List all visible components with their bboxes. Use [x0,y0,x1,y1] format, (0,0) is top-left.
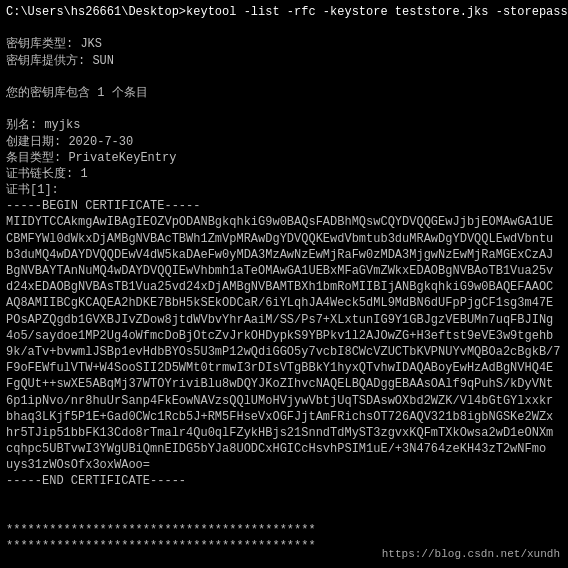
cert-line-10: F9oFEWfulVTW+W4SooSII2D5WMt0trmwI3rDIsVT… [6,360,562,376]
blank-2 [6,69,562,85]
blank-1 [6,20,562,36]
cert-begin: -----BEGIN CERTIFICATE----- [6,198,562,214]
keystore-contains: 您的密钥库包含 1 个条目 [6,85,562,101]
cert-line-4: BgNVBAYTAnNuMQ4wDAYDVQQIEwVhbmh1aTeOMAwG… [6,263,562,279]
cert-line-13: bhaq3LKjf5P1E+Gad0CWc1Rcb5J+RM5FHseVxOGF… [6,409,562,425]
cert-line-5: d24xEDAOBgNVBAsTB1Vua25vd24xDjAMBgNVBAMT… [6,279,562,295]
alias: 别名: myjks [6,117,562,133]
cert-line-2: CBMFYWl0dWkxDjAMBgNVBAcTBWh1ZmVpMRAwDgYD… [6,231,562,247]
cert-line-6: AQ8AMIIBCgKCAQEA2hDKE7BbH5kSEkODCaR/6iYL… [6,295,562,311]
cert-line-16: uys31zWOsOfx3oxWAoo= [6,457,562,473]
cert-end: -----END CERTIFICATE----- [6,473,562,489]
blank-5 [6,506,562,522]
creation-date: 创建日期: 2020-7-30 [6,134,562,150]
cert-line-12: 6p1ipNvo/nr8huUrSanp4FkEowNAVzsQQlUMoHVj… [6,393,562,409]
command-line: C:\Users\hs26661\Desktop>keytool -list -… [6,4,562,20]
watermark: https://blog.csdn.net/xundh [382,548,560,560]
cert-line-3: b3duMQ4wDAYDVQQDEwV4dW5kaDAeFw0yMDA3MzAw… [6,247,562,263]
cert-line-11: FgQUt++swXE5ABqMj37WTOYriviBlu8wDQYJKoZI… [6,376,562,392]
terminal-window: C:\Users\hs26661\Desktop>keytool -list -… [0,0,568,568]
blank-4 [6,490,562,506]
cert-line-8: 4o5/saydoe1MP2Ug4oWfmcDoBjOtcZvJrkOHDypk… [6,328,562,344]
cert-chain-length: 证书链长度: 1 [6,166,562,182]
cert-line-7: POsAPZQgdb1GVXBJIvZDow8jtdWVbvYhrAaiM/SS… [6,312,562,328]
keystore-type: 密钥库类型: JKS [6,36,562,52]
entry-type: 条目类型: PrivateKeyEntry [6,150,562,166]
keystore-provider: 密钥库提供方: SUN [6,53,562,69]
cert-index: 证书[1]: [6,182,562,198]
cert-line-9: 9k/aTv+bvwmlJSBp1evHdbBYOs5U3mP12wQdiGGO… [6,344,562,360]
cert-line-15: cqhpc5UBTvwI3YWgUBiQmnEIDG5bYJa8UODCxHGI… [6,441,562,457]
blank-3 [6,101,562,117]
stars-line-1: ****************************************… [6,522,562,538]
cert-line-14: hr5TJip51bbFK13Cdo8rTmalr4Qu0qlFZykHBjs2… [6,425,562,441]
cert-line-1: MIIDYTCCAkmgAwIBAgIEOZVpODANBgkqhkiG9w0B… [6,214,562,230]
